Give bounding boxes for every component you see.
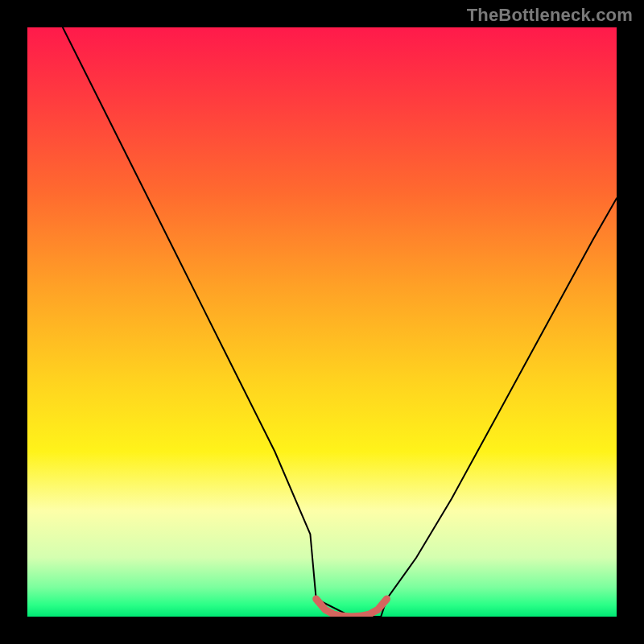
chart-frame: TheBottleneck.com (0, 0, 644, 644)
watermark-text: TheBottleneck.com (467, 5, 633, 26)
optimal-band (316, 599, 387, 617)
plot-area (27, 27, 617, 617)
bottleneck-curve (63, 27, 617, 617)
chart-svg (27, 27, 617, 617)
